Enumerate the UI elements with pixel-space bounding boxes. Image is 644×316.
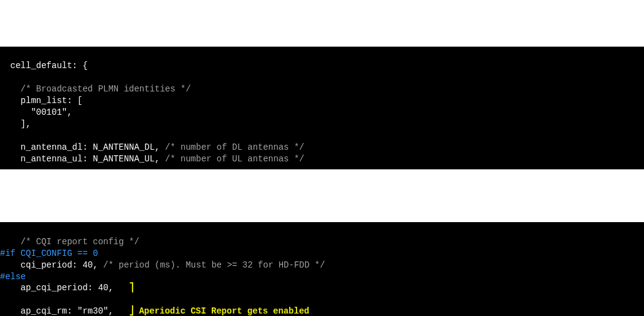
code-comment: /* Broadcasted PLMN identities */ — [0, 84, 191, 94]
code-comment: /* period (ms). Must be >= 32 for HD-FDD… — [103, 260, 325, 270]
code-line: cqi_period: 40, /* period (ms). Must be … — [0, 260, 325, 270]
code-comment: /* CQI report config */ — [0, 237, 139, 247]
code-block-1: cell_default: { /* Broadcasted PLMN iden… — [0, 47, 644, 170]
annotated-row: ap_cqi_rm: "rm30",⎦Aperiodic CSI Report … — [0, 306, 644, 316]
block-gap — [0, 193, 644, 199]
code-line: n_antenna_ul: N_ANTENNA_UL, /* number of… — [0, 154, 305, 164]
code-text: ap_cqi_period: 40, — [0, 282, 129, 294]
code-line: ], — [0, 119, 31, 129]
code-line: cell_default: { — [0, 61, 88, 71]
code-text: n_antenna_ul: N_ANTENNA_UL, — [0, 154, 165, 164]
code-line: n_antenna_dl: N_ANTENNA_DL, /* number of… — [0, 142, 305, 152]
annotated-row: ap_cqi_period: 40,⎤ — [0, 282, 644, 294]
code-text: cqi_period: 40, — [0, 260, 103, 270]
brace-icon: ⎤ — [129, 282, 134, 294]
code-line: "00101", — [0, 107, 72, 117]
preprocessor-directive: #if CQI_CONFIG == 0 — [0, 249, 98, 258]
code-line: plmn_list: [ — [0, 96, 82, 106]
code-text: ap_cqi_rm: "rm30", — [0, 306, 129, 316]
preprocessor-directive: #else — [0, 272, 26, 282]
code-block-2: /* CQI report config */ #if CQI_CONFIG =… — [0, 222, 644, 316]
brace-icon: ⎦ — [129, 306, 134, 316]
annotation-text: Aperiodic CSI Report gets enabled — [134, 306, 309, 316]
code-comment: /* number of UL antennas */ — [165, 154, 305, 164]
code-text: n_antenna_dl: N_ANTENNA_DL, — [0, 142, 165, 152]
code-comment: /* number of DL antennas */ — [165, 142, 305, 152]
